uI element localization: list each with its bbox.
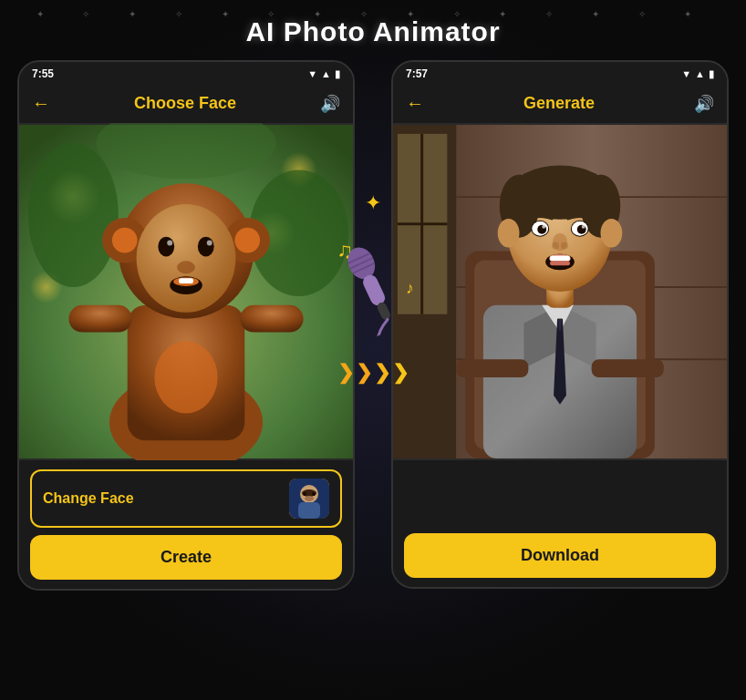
svg-line-38 xyxy=(353,263,375,273)
status-icons-right: ▼ ▲ ▮ xyxy=(681,68,714,80)
create-button[interactable]: Create xyxy=(30,535,342,580)
svg-point-32 xyxy=(312,492,316,496)
sound-button-left[interactable]: 🔊 xyxy=(320,94,340,114)
svg-point-21 xyxy=(167,241,172,246)
svg-rect-29 xyxy=(298,502,320,519)
download-button[interactable]: Download xyxy=(404,533,716,578)
phone-left: 7:55 ▼ ▲ ▮ ← Choose Face 🔊 xyxy=(17,60,355,591)
svg-point-18 xyxy=(137,204,236,313)
top-nav-right: ← Generate 🔊 xyxy=(393,86,727,123)
svg-point-64 xyxy=(498,219,520,248)
time-left: 7:55 xyxy=(32,67,54,80)
app-title: AI Photo Animator xyxy=(245,16,500,47)
svg-rect-80 xyxy=(550,261,570,265)
phone-bottom-left: Change Face Create xyxy=(19,460,353,589)
arrow-2: ❯ xyxy=(356,361,372,385)
svg-point-33 xyxy=(305,496,314,501)
svg-point-10 xyxy=(154,341,217,413)
svg-point-76 xyxy=(561,242,568,250)
svg-rect-79 xyxy=(550,255,570,261)
create-label: Create xyxy=(161,548,212,566)
svg-point-5 xyxy=(28,143,119,287)
svg-rect-35 xyxy=(360,273,387,307)
svg-point-75 xyxy=(552,242,559,250)
svg-point-65 xyxy=(601,219,623,248)
back-button-left[interactable]: ← xyxy=(32,93,50,114)
spacer xyxy=(404,469,716,526)
back-button-right[interactable]: ← xyxy=(406,93,424,114)
arrow-3: ❯ xyxy=(374,361,390,385)
sound-button-right[interactable]: 🔊 xyxy=(694,94,714,114)
status-icons-left: ▼ ▲ ▮ xyxy=(307,68,340,80)
change-face-label: Change Face xyxy=(43,490,134,507)
sparkle-icon: ✦ xyxy=(365,191,381,215)
download-label: Download xyxy=(521,546,599,564)
svg-point-15 xyxy=(112,228,138,253)
phone-right: 7:57 ▼ ▲ ▮ ← Generate 🔊 xyxy=(391,60,729,589)
svg-rect-82 xyxy=(592,359,664,377)
child-monkey-photo xyxy=(19,123,353,460)
phone-bottom-right: Download xyxy=(393,460,727,587)
top-nav-left: ← Choose Face 🔊 xyxy=(19,86,353,123)
svg-point-17 xyxy=(234,228,260,253)
svg-point-31 xyxy=(303,492,306,496)
time-right: 7:57 xyxy=(406,67,428,80)
svg-point-19 xyxy=(158,237,174,257)
wifi-icon: ▲ xyxy=(321,68,331,79)
signal-icon-right: ▼ xyxy=(681,68,691,79)
svg-rect-63 xyxy=(511,192,610,215)
svg-rect-26 xyxy=(179,278,193,283)
nav-title-right: Generate xyxy=(523,94,595,113)
status-bar-right: 7:57 ▼ ▲ ▮ xyxy=(393,62,727,86)
signal-icon: ▼ xyxy=(307,68,317,79)
wifi-icon-right: ▲ xyxy=(695,68,705,79)
svg-rect-81 xyxy=(456,359,528,377)
svg-point-73 xyxy=(582,225,585,229)
nav-title-left: Choose Face xyxy=(134,94,236,113)
battery-icon: ▮ xyxy=(335,68,340,80)
photo-area-right xyxy=(393,123,727,460)
svg-point-20 xyxy=(198,237,214,257)
svg-point-72 xyxy=(542,225,545,229)
change-face-button[interactable]: Change Face xyxy=(30,469,342,528)
photo-area-left xyxy=(19,123,353,460)
phones-container: 7:55 ▼ ▲ ▮ ← Choose Face 🔊 xyxy=(17,60,729,591)
svg-rect-12 xyxy=(240,305,303,333)
battery-icon-right: ▮ xyxy=(709,68,714,80)
status-bar-left: 7:55 ▼ ▲ ▮ xyxy=(19,62,353,86)
svg-rect-39 xyxy=(376,301,392,321)
face-thumbnail xyxy=(289,479,329,519)
svg-rect-11 xyxy=(68,305,131,333)
suit-man-photo xyxy=(393,123,727,460)
svg-point-23 xyxy=(177,261,195,273)
svg-point-22 xyxy=(207,241,212,246)
